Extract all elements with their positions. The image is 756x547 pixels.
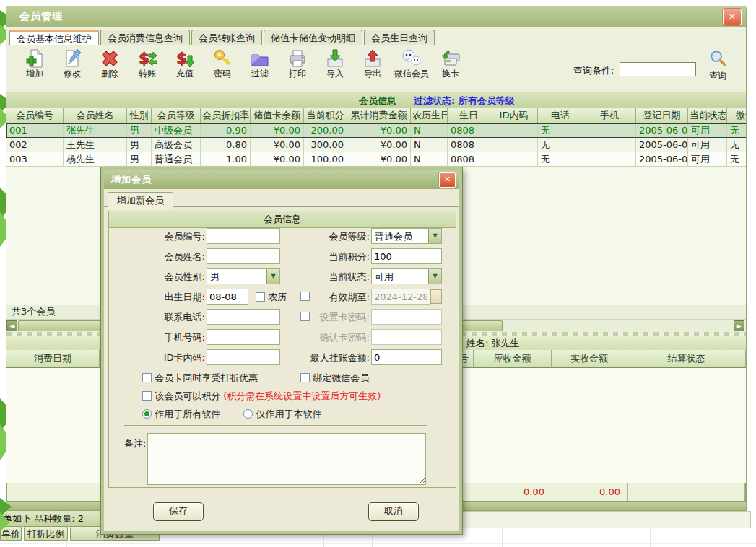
password-button[interactable]: 密码 [204, 48, 240, 79]
col-phone: 电话 [538, 108, 583, 123]
search-button[interactable]: 查询 [702, 49, 734, 82]
print-button[interactable]: 打印 [279, 48, 316, 79]
add-icon [25, 48, 45, 69]
total-receivable: 0.00 [474, 483, 552, 501]
filter-status-text: 过滤状态: 所有会员等级 [414, 95, 515, 108]
col-current-points: 当前积分 [304, 108, 347, 123]
tab-member-consumption-query[interactable]: 会员消费信息查询 [100, 30, 190, 47]
points-hint: (积分需在系统设置中设置后方可生效) [223, 390, 381, 401]
col-member-id: 会员编号 [6, 108, 64, 123]
scroll-right-arrow[interactable]: ► [734, 320, 744, 331]
transfer-button[interactable]: $ 转账 [129, 48, 165, 79]
birth-date-label: 出生日期: [124, 291, 205, 304]
change-card-button[interactable]: 换卡 [433, 48, 469, 79]
current-points-label: 当前积分: [269, 250, 370, 263]
mobile-label: 手机号码: [124, 331, 205, 344]
main-tabstrip: 会员基本信息维护会员消费信息查询会员转账查询储值卡储值变动明细会员生日查询 [6, 27, 746, 45]
window-close-button[interactable]: ✕ [723, 9, 742, 25]
wechat-member-button[interactable]: 微信会员 [392, 48, 431, 79]
col-current-status: 当前状态 [688, 108, 727, 123]
gender-label: 会员性别: [124, 271, 205, 284]
current-points-field[interactable] [371, 248, 442, 264]
lunar-checkbox[interactable] [256, 292, 265, 302]
svg-text:$: $ [139, 49, 149, 67]
import-button[interactable]: 导入 [317, 48, 353, 79]
delete-icon [100, 48, 120, 69]
cancel-button[interactable]: 取消 [368, 502, 419, 521]
info-band-title: 会员信息 [359, 95, 396, 108]
dialog-close-button[interactable]: ✕ [439, 172, 456, 188]
edit-icon [62, 48, 82, 69]
col-card-balance: 储值卡余额 [251, 108, 304, 123]
tab-member-transfer-query[interactable]: 会员转账查询 [191, 30, 262, 47]
scroll-left-arrow[interactable]: ◄ [6, 320, 17, 331]
calendar-button[interactable] [430, 289, 442, 304]
tab-member-birthday-query[interactable]: 会员生日查询 [364, 30, 435, 47]
divider [124, 425, 427, 426]
bind-wechat-checkbox[interactable] [300, 373, 310, 382]
points-checkbox[interactable] [142, 391, 152, 401]
recharge-button[interactable]: $ 充值 [167, 48, 203, 79]
delete-button[interactable]: 删除 [92, 48, 128, 79]
radio-all-software[interactable] [142, 409, 152, 419]
member-table-header: 会员编号 会员姓名 性别 会员等级 会员折扣率 储值卡余额 当前积分 累计消费金… [6, 108, 747, 123]
groupbox-title: 会员信息 [109, 211, 456, 228]
col-wechat: 微信 [727, 108, 747, 123]
query-condition-input[interactable] [620, 62, 696, 76]
printer-icon [287, 48, 308, 69]
note-label: 备注: [124, 437, 146, 450]
id-card-code-label: ID卡内码: [124, 351, 205, 364]
tab-add-new-member[interactable]: 增加新会员 [108, 192, 173, 209]
set-card-password-field[interactable] [371, 309, 442, 325]
confirm-card-password-label: 确认卡密码: [269, 331, 370, 344]
col-mobile: 手机 [583, 108, 636, 123]
contact-phone-label: 联系电话: [124, 311, 205, 324]
save-button[interactable]: 保存 [153, 502, 204, 521]
col-register-date: 登记日期 [636, 108, 688, 123]
recharge-icon: $ [175, 48, 195, 69]
bind-wechat-check-group: 绑定微信会员 [300, 372, 369, 385]
col-consume-date: 消费日期 [6, 350, 100, 368]
dialog-tabstrip: 增加新会员 [104, 189, 459, 207]
key-icon [212, 48, 233, 69]
export-button[interactable]: 导出 [355, 48, 391, 79]
chevron-down-icon[interactable]: ▼ [428, 229, 441, 243]
valid-until-label: 有效期至: [269, 291, 370, 304]
radio-this-software[interactable] [243, 409, 253, 419]
member-row-001[interactable]: 001 张先生 男 中级会员 0.90 ¥0.00 200.00 ¥0.00 N… [6, 123, 747, 138]
col-id-code: ID内码 [490, 108, 538, 123]
wechat-icon [401, 48, 422, 69]
note-textarea[interactable] [147, 433, 426, 485]
max-credit-field[interactable] [371, 349, 442, 365]
valid-until-field[interactable] [371, 289, 430, 305]
max-credit-label: 最大挂账金额: [269, 351, 370, 364]
selected-member-name: 姓名: 张先生 [466, 337, 520, 350]
col-receivable: 应收金额 [474, 350, 552, 368]
edit-button[interactable]: 修改 [54, 48, 90, 79]
query-condition-label: 查询条件: [573, 64, 614, 77]
col-discount-rate: 会员折扣率 [201, 108, 251, 123]
member-row-003[interactable]: 003 杨先生 男 普通会员 1.00 ¥0.00 100.00 ¥0.00 N… [6, 152, 747, 167]
birth-date-field[interactable] [207, 289, 248, 305]
discount-checkbox[interactable] [142, 373, 152, 382]
member-name-label: 会员姓名: [124, 250, 205, 263]
current-status-label: 当前状态: [269, 271, 370, 284]
dialog-titlebar: 增加会员 ✕ [104, 170, 459, 189]
add-button[interactable]: 增加 [17, 48, 53, 79]
member-id-label: 会员编号: [124, 230, 205, 243]
member-row-002[interactable]: 002 王先生 男 高级会员 0.80 ¥0.00 300.00 ¥0.00 N… [6, 138, 747, 152]
member-level-combo[interactable]: 普通会员 ▼ [371, 228, 442, 244]
col-gender: 性别 [127, 108, 152, 123]
filter-button[interactable]: 过滤 [242, 48, 278, 79]
confirm-card-password-field[interactable] [371, 329, 442, 345]
col-member-level: 会员等级 [152, 108, 201, 123]
import-icon [325, 48, 345, 69]
desktop: 清单如下 品种数量: 2 单价 打折比例 消费数量 会员管理 ✕ 会员基本信息维… [0, 0, 756, 547]
col-member-name: 会员姓名 [64, 108, 127, 123]
current-status-combo[interactable]: 可用 ▼ [371, 268, 442, 284]
tab-stored-value-detail[interactable]: 储值卡储值变动明细 [264, 30, 362, 47]
filter-folder-icon [250, 48, 270, 69]
dialog-title: 增加会员 [111, 173, 152, 186]
chevron-down-icon[interactable]: ▼ [428, 269, 441, 284]
scope-radio-group: 作用于所有软件 仅作用于本软件 [142, 408, 322, 421]
